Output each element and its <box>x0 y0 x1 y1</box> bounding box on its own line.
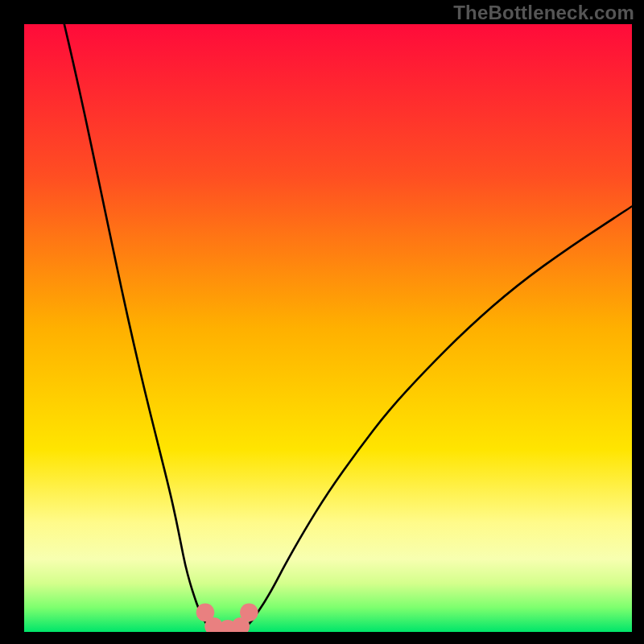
chart-svg <box>24 24 632 632</box>
gradient-background <box>24 24 632 632</box>
chart-frame: TheBottleneck.com <box>0 0 644 644</box>
data-marker <box>240 604 258 622</box>
watermark-text: TheBottleneck.com <box>453 2 634 24</box>
plot-area <box>24 24 632 632</box>
